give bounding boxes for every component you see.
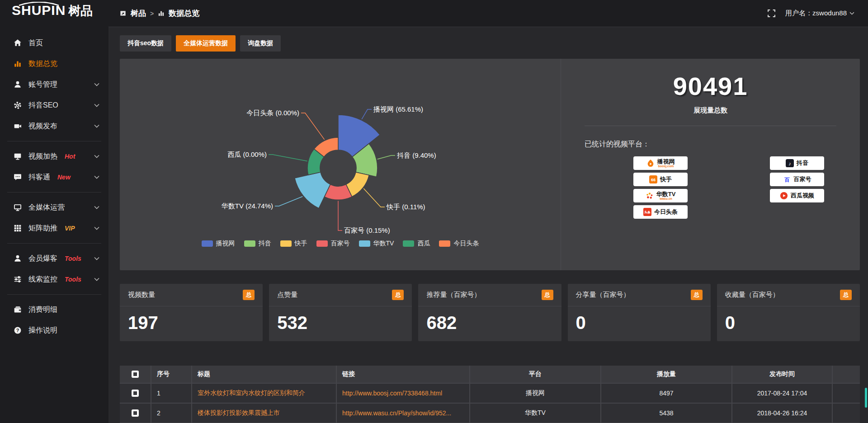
table-header-row: 序号 标题 链接 平台 播放量 发布时间 — [120, 366, 860, 384]
grid-icon — [14, 224, 22, 232]
sidebar-item-lead-monitor[interactable]: 线索监控 Tools — [0, 269, 108, 290]
platform-badges: 播视网boosj.com 66 快手 华数TVwasu.cn 头条 今日头条 — [561, 156, 860, 219]
video-title-link[interactable]: 楼体投影灯投影效果震撼上市 — [192, 404, 337, 423]
sidebar-item-douyin-seo[interactable]: 抖音SEO — [0, 95, 108, 116]
sidebar-divider — [7, 243, 101, 244]
sidebar-divider — [7, 192, 101, 193]
user-menu[interactable]: 用户名：zswodun88 — [785, 9, 854, 18]
breadcrumb-home[interactable]: 树品 — [131, 8, 146, 19]
hot-badge: Hot — [65, 153, 75, 160]
sidebar-item-label: 矩阵助推 — [28, 224, 57, 233]
total-badge: 总 — [392, 290, 404, 300]
total-badge: 总 — [840, 290, 852, 300]
legend-item[interactable]: 播视网 — [202, 240, 235, 248]
chevron-down-icon — [94, 155, 99, 158]
legend-swatch — [244, 240, 255, 247]
home-icon — [14, 39, 22, 47]
sidebar-item-label: 全媒体运营 — [28, 203, 65, 212]
col-title: 标题 — [192, 366, 337, 384]
monitor-icon — [14, 152, 22, 160]
stat-value: 0 — [717, 306, 860, 341]
sidebar-item-spend-detail[interactable]: 消费明细 — [0, 299, 108, 320]
pie-label: 西瓜 (0.00%) — [227, 150, 267, 158]
pie-label-line — [338, 201, 342, 230]
pie-label: 快手 (0.11%) — [386, 203, 425, 211]
video-camera-icon — [14, 122, 22, 130]
stat-card-shares: 分享量（百家号）总 0 — [568, 284, 711, 341]
row-checkbox[interactable] — [132, 409, 139, 417]
legend-item[interactable]: 百家号 — [316, 240, 350, 248]
row-checkbox[interactable] — [132, 390, 139, 397]
video-url-link[interactable]: http://www.boosj.com/7338468.html — [337, 384, 470, 404]
kuaishou-logo-icon: 66 — [649, 175, 657, 183]
breadcrumb-page[interactable]: 数据总览 — [169, 8, 199, 19]
chevron-down-icon — [94, 206, 99, 209]
pie-slice[interactable] — [295, 172, 330, 208]
chevron-down-icon — [94, 277, 99, 281]
douyin-logo-icon: ♪ — [786, 159, 794, 167]
wasu-logo-icon — [646, 192, 654, 200]
question-icon: ? — [14, 326, 22, 334]
legend-swatch — [202, 240, 213, 247]
tab-inquiry[interactable]: 询盘数据 — [240, 35, 281, 52]
sliders-icon — [14, 275, 22, 283]
sidebar-item-account[interactable]: 账号管理 — [0, 74, 108, 95]
legend-item[interactable]: 抖音 — [244, 240, 271, 248]
dashboard-icon — [120, 10, 127, 17]
sidebar-item-label: 账号管理 — [28, 80, 57, 89]
breadcrumb-separator: > — [150, 10, 154, 17]
legend-item[interactable]: 华数TV — [359, 240, 394, 248]
sidebar-item-data-overview[interactable]: 数据总览 — [0, 53, 108, 74]
scrollbar-thumb[interactable] — [865, 388, 867, 408]
impressions-summary: 90491 展现量总数 已统计的视频平台： 播视网boosj.com 66 快手 — [561, 59, 860, 270]
chevron-down-icon — [94, 257, 99, 260]
member-icon — [14, 254, 22, 263]
screen-icon — [14, 203, 22, 212]
video-url-link[interactable]: http://www.wasu.cn/Play/show/id/952... — [337, 404, 470, 423]
tab-douyin-seo[interactable]: 抖音seo数据 — [120, 35, 171, 52]
sidebar-item-video-publish[interactable]: 视频发布 — [0, 116, 108, 136]
stat-value: 0 — [568, 306, 711, 341]
legend-item[interactable]: 西瓜 — [403, 240, 430, 248]
topbar: 树品 > 数据总览 用户名：zswodun88 — [108, 0, 868, 27]
sidebar-item-help[interactable]: ? 操作说明 — [0, 320, 108, 341]
platform-badge-wasu: 华数TVwasu.cn — [633, 189, 688, 202]
platform-share-chart[interactable]: 播视网 (65.61%)抖音 (9.40%)快手 (0.11%)百家号 (0.1… — [120, 59, 561, 270]
chevron-down-icon — [94, 83, 99, 86]
legend-item[interactable]: 今日头条 — [439, 240, 479, 248]
sidebar-item-douketong[interactable]: 抖客通 New — [0, 167, 108, 188]
impressions-total-value: 90491 — [561, 71, 860, 101]
sidebar-item-omni-media[interactable]: 全媒体运营 — [0, 197, 108, 218]
sidebar-item-video-heat[interactable]: 视频加热 Hot — [0, 146, 108, 167]
app-logo[interactable]: SHUPIN 树品 — [0, 0, 108, 28]
select-all-checkbox[interactable] — [132, 371, 139, 378]
sidebar-item-label: 首页 — [28, 38, 43, 48]
sidebar-item-member-burst[interactable]: 会员爆客 Tools — [0, 248, 108, 269]
chevron-down-icon — [849, 12, 854, 15]
rose-pie-chart[interactable]: 播视网 (65.61%)抖音 (9.40%)快手 (0.11%)百家号 (0.1… — [120, 59, 561, 269]
sidebar-item-home[interactable]: 首页 — [0, 33, 108, 53]
summary-divider — [585, 126, 836, 126]
fullscreen-icon[interactable] — [768, 9, 775, 17]
main-content: 抖音seo数据 全媒体运营数据 询盘数据 播视网 (65.61%)抖音 (9.4… — [108, 0, 868, 423]
pie-label-line — [362, 109, 372, 119]
videos-table: 序号 标题 链接 平台 播放量 发布时间 1 室外水纹灯和室内水纹灯的区别和简介… — [120, 366, 860, 423]
platform-badge-kuaishou: 66 快手 — [633, 173, 688, 186]
sidebar-item-matrix-boost[interactable]: 矩阵助推 VIP — [0, 218, 108, 239]
svg-text:?: ? — [16, 328, 19, 333]
boosj-logo-icon — [646, 159, 655, 167]
user-icon — [14, 80, 22, 89]
tab-omni-media[interactable]: 全媒体运营数据 — [176, 35, 236, 52]
legend-item[interactable]: 快手 — [280, 240, 307, 248]
pie-label: 播视网 (65.61%) — [373, 105, 423, 113]
sidebar-item-label: 视频发布 — [28, 122, 57, 131]
video-title-link[interactable]: 室外水纹灯和室内水纹灯的区别和简介 — [192, 384, 337, 404]
total-badge: 总 — [542, 290, 553, 300]
baijiahao-logo-icon: 百 — [783, 175, 791, 183]
sidebar: SHUPIN 树品 首页 数据总览 账号管理 抖音SEO 视频发布 — [0, 0, 108, 423]
impressions-total-label: 展现量总数 — [561, 106, 860, 115]
platform-badge-douyin: ♪ 抖音 — [770, 156, 824, 170]
toutiao-logo-icon: 头条 — [643, 208, 651, 216]
logo-text-cn: 树品 — [68, 5, 93, 17]
col-link: 链接 — [337, 366, 470, 384]
